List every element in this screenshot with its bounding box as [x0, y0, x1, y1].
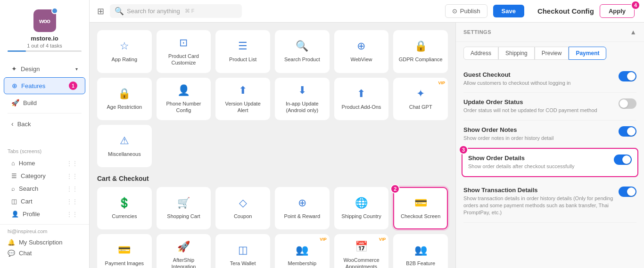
task-count: 1 out of 4 tasks	[27, 43, 62, 49]
footer-chat[interactable]: 💬 Chat	[8, 248, 82, 259]
card-app-rating[interactable]: ☆ App Rating	[97, 30, 152, 73]
currencies-icon: 💲	[118, 197, 131, 209]
sidebar-label-features: Features	[21, 82, 45, 89]
vip-badge-membership: VIP	[320, 237, 327, 242]
setting-row-show-order-notes: Show Order Notes Show order notes in ord…	[463, 126, 636, 142]
toggle-show-order-details[interactable]	[614, 154, 632, 165]
tab-shipping-label: Shipping	[505, 50, 528, 57]
desc-guest-checkout: Allow customers to checkout without logg…	[463, 80, 570, 87]
sidebar-tab-category[interactable]: ☰ Category ⋮⋮	[8, 170, 82, 182]
features-grid: ☆ App Rating ⊡ Product Card Customize ☰ …	[97, 30, 448, 167]
checkout-screen-icon: 💳	[414, 197, 427, 209]
card-webview[interactable]: ⊕ WebView	[334, 30, 389, 73]
tabs-section: Tabs (screens) ⌂ Home ⋮⋮ ☰ Category ⋮⋮ ⌕…	[0, 145, 89, 224]
logo-badge	[51, 8, 58, 14]
logo-text: woo	[39, 17, 50, 24]
publish-button[interactable]: ⊙ Publish	[445, 4, 487, 18]
sidebar-label-design: Design	[21, 65, 40, 73]
drag-handle-home[interactable]: ⋮⋮	[66, 160, 78, 167]
drag-handle-search[interactable]: ⋮⋮	[66, 186, 78, 192]
card-payment-images[interactable]: 💳 Payment Images	[97, 234, 152, 268]
drag-handle-profile[interactable]: ⋮⋮	[66, 211, 78, 218]
card-version-update[interactable]: ⬆ Version Update Alert	[215, 78, 270, 121]
setting-update-order-status: Update Order Status Order status will no…	[463, 93, 636, 120]
card-aftership[interactable]: 🚀 AfterShip Integration	[157, 234, 211, 268]
drag-handle-category[interactable]: ⋮⋮	[66, 173, 78, 179]
drag-handle-cart[interactable]: ⋮⋮	[66, 198, 78, 205]
card-shipping-country[interactable]: 🌐 Shipping Country	[334, 187, 389, 229]
badge-3: 3	[459, 145, 468, 154]
setting-show-order-notes: Show Order Notes Show order notes in ord…	[463, 121, 636, 148]
publish-icon: ⊙	[452, 8, 457, 15]
card-membership[interactable]: VIP 👥 Membership	[275, 234, 330, 268]
panel-collapse-icon[interactable]: ▲	[630, 28, 636, 36]
tab-payment[interactable]: Payment	[569, 47, 606, 60]
topbar-search[interactable]: 🔍 Search for anything ⌘ F	[110, 4, 242, 18]
footer-subscription[interactable]: 🔔 My Subscription	[8, 237, 82, 248]
sidebar-item-build[interactable]: 🚀 Build	[4, 95, 85, 110]
product-list-icon: ☰	[238, 40, 248, 52]
toggle-show-order-notes[interactable]	[619, 126, 636, 137]
grid-icon[interactable]: ⊞	[97, 6, 104, 16]
sidebar-item-back[interactable]: ‹ Back	[4, 116, 85, 131]
sidebar-tab-cart[interactable]: ◫ Cart ⋮⋮	[8, 195, 82, 208]
setting-row-guest-checkout: Guest Checkout Allow customers to checko…	[463, 71, 636, 87]
card-phone-number-config[interactable]: 👤 Phone Number Config	[157, 78, 211, 121]
card-label-app-rating: App Rating	[112, 56, 137, 63]
sidebar-tab-profile[interactable]: 👤 Profile ⋮⋮	[8, 208, 82, 220]
tab-preview-label: Preview	[542, 50, 562, 57]
tab-address[interactable]: Address	[463, 47, 498, 60]
card-age-restriction[interactable]: 🔒 Age Restriction	[97, 78, 152, 121]
card-point-reward[interactable]: ⊕ Point & Reward	[275, 187, 330, 229]
card-currencies[interactable]: 💲 Currencies	[97, 187, 152, 229]
tab-shipping[interactable]: Shipping	[498, 47, 535, 60]
sidebar-item-features[interactable]: ⊕ Features 1	[4, 77, 85, 94]
topbar: ⊞ 🔍 Search for anything ⌘ F ⊙ Publish Sa…	[90, 0, 644, 23]
card-miscellaneous[interactable]: ⚠ Miscellaneous	[97, 125, 152, 167]
save-button[interactable]: Save	[493, 5, 524, 17]
card-product-addons[interactable]: ⬆ Product Add-Ons	[334, 78, 389, 121]
card-search-product[interactable]: 🔍 Search Product	[275, 30, 330, 73]
card-label-version-update: Version Update Alert	[219, 100, 266, 114]
search-icon: ⌕	[11, 185, 15, 192]
desc-show-order-notes: Show order notes in order history detail	[463, 135, 553, 142]
tabs-label: Tabs (screens)	[8, 148, 82, 154]
sidebar-item-design[interactable]: ✦ Design ▾	[4, 61, 85, 76]
apply-button[interactable]: Apply	[600, 4, 635, 18]
card-product-card-customize[interactable]: ⊡ Product Card Customize	[157, 30, 211, 73]
publish-label: Publish	[460, 8, 480, 15]
card-chat-gpt[interactable]: VIP ✦ Chat GPT	[393, 78, 448, 121]
app-rating-icon: ☆	[120, 40, 129, 52]
card-woocommerce-appointments[interactable]: VIP 📅 WooCommerce Appointments	[334, 234, 389, 268]
card-tera-wallet[interactable]: ◫ Tera Wallet	[215, 234, 270, 268]
card-checkout-screen[interactable]: 2 💳 Checkout Screen	[393, 187, 448, 229]
card-inapp-update[interactable]: ⬇ In-app Update (Android only)	[275, 78, 330, 121]
home-icon: ⌂	[11, 160, 15, 167]
card-product-list[interactable]: ☰ Product List	[215, 30, 270, 73]
card-coupon[interactable]: ◇ Coupon	[215, 187, 270, 229]
sidebar-tab-search[interactable]: ⌕ Search ⋮⋮	[8, 182, 82, 195]
label-guest-checkout: Guest Checkout	[463, 71, 570, 78]
card-label-product-list: Product List	[229, 56, 256, 63]
subscription-icon: 🔔	[8, 239, 15, 246]
sidebar-tab-home[interactable]: ⌂ Home ⋮⋮	[8, 157, 82, 170]
back-icon: ‹	[11, 120, 14, 128]
card-label-chat-gpt: Chat GPT	[409, 104, 432, 110]
toggle-update-order-status[interactable]	[619, 98, 636, 109]
card-shopping-cart[interactable]: 🛒 Shopping Cart	[157, 187, 211, 229]
tab-preview[interactable]: Preview	[535, 47, 569, 60]
setting-guest-checkout: Guest Checkout Allow customers to checko…	[463, 65, 636, 93]
vip-badge-appointments: VIP	[379, 237, 386, 242]
build-icon: 🚀	[11, 99, 19, 106]
toggle-guest-checkout[interactable]	[619, 71, 636, 81]
card-label-product-addons: Product Add-Ons	[342, 104, 381, 110]
chat-gpt-icon: ✦	[416, 88, 425, 100]
card-b2b-feature[interactable]: 👥 B2B Feature	[393, 234, 448, 268]
card-label-point-reward: Point & Reward	[284, 213, 320, 219]
setting-show-order-details: 3 Show Order Details Show order details …	[462, 148, 638, 177]
toggle-show-transaction-details[interactable]	[619, 187, 636, 197]
card-gdpr-compliance[interactable]: 🔒 GDPR Compliance	[393, 30, 448, 73]
sidebar-logo: woo mstore.io 1 out of 4 tasks	[0, 6, 89, 57]
topbar-title: Checkout Config	[537, 7, 594, 15]
card-label-checkout-screen: Checkout Screen	[401, 213, 440, 219]
